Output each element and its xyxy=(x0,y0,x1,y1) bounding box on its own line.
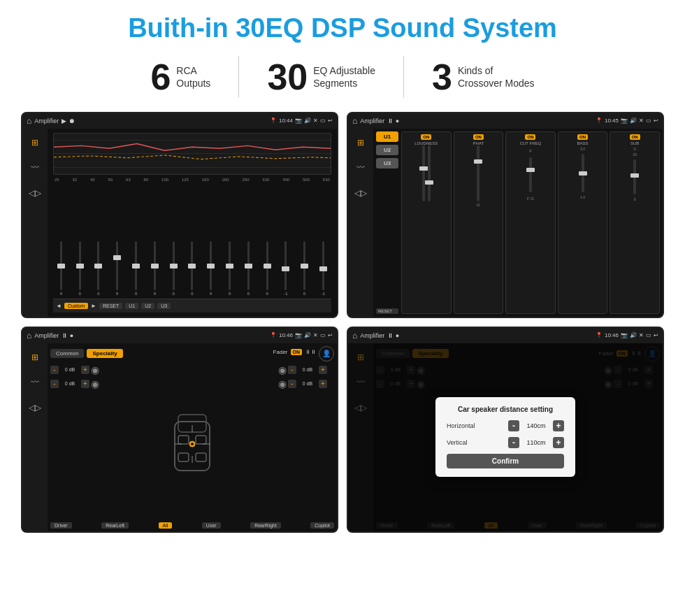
eq-band-9[interactable]: 0 xyxy=(203,241,219,296)
label-copilot[interactable]: Copilot xyxy=(310,522,334,529)
label-rearright[interactable]: RearRight xyxy=(250,522,281,529)
screen3-tab-specialty[interactable]: Specialty xyxy=(87,349,122,358)
eq-band-7[interactable]: 0 xyxy=(166,241,182,296)
horizontal-minus-btn[interactable]: - xyxy=(508,420,519,431)
eq-band-10[interactable]: 0 xyxy=(222,241,238,296)
eq-band-15[interactable]: -1 xyxy=(315,241,331,296)
screen4-rect: ▭ xyxy=(646,332,651,338)
loudness-slider1[interactable] xyxy=(422,145,425,201)
speaker-right: ◉ - 0 dB + ◉ - 0 dB + xyxy=(278,364,334,521)
vertical-plus-btn[interactable]: + xyxy=(553,437,564,448)
page-title: Buith-in 30EQ DSP Sound System xyxy=(21,14,664,43)
amp-reset-btn[interactable]: RESET xyxy=(376,308,398,314)
eq-u2-btn[interactable]: U2 xyxy=(141,303,154,309)
screen2-home-icon[interactable]: ⌂ xyxy=(352,116,357,126)
screen2-wave-icon[interactable]: 〰 xyxy=(352,159,369,176)
eq-band-11[interactable]: 0 xyxy=(240,241,257,296)
eq-bottom-bar: ◄ Custom ► RESET U1 U2 U3 xyxy=(53,299,331,313)
confirm-button[interactable]: Confirm xyxy=(447,454,564,468)
db2-plus[interactable]: + xyxy=(81,380,89,388)
vertical-minus-btn[interactable]: - xyxy=(508,437,519,448)
db2-minus[interactable]: - xyxy=(50,380,59,388)
db3-minus[interactable]: - xyxy=(288,366,296,374)
db3-plus[interactable]: + xyxy=(319,366,327,374)
db4-plus[interactable]: + xyxy=(319,380,327,388)
horizontal-plus-btn[interactable]: + xyxy=(553,420,564,431)
home-icon[interactable]: ⌂ xyxy=(27,116,31,126)
eq-reset-btn[interactable]: RESET xyxy=(99,303,122,309)
db-ctrl-1: - 0 dB + ◉ xyxy=(50,364,106,375)
eq-band-2[interactable]: 0 xyxy=(72,241,88,296)
preset-u1[interactable]: U1 xyxy=(376,131,398,142)
sub-slider[interactable] xyxy=(633,159,636,194)
screen3-left: ⌂ Amplifier ⏸ ● xyxy=(27,331,73,341)
screen2-speaker-icon[interactable]: ◁▷ xyxy=(352,185,369,201)
screen2-eq-icon[interactable]: ⊞ xyxy=(352,134,369,151)
preset-u2[interactable]: U2 xyxy=(376,145,398,155)
eq-graph xyxy=(53,133,331,175)
db1-value: 0 dB xyxy=(60,367,80,372)
loudness-slider2[interactable] xyxy=(428,145,431,201)
db4-minus[interactable]: - xyxy=(288,380,296,388)
eq-band-14[interactable]: 0 xyxy=(296,241,312,296)
eq-band-6[interactable]: 0 xyxy=(147,241,163,296)
label-user[interactable]: User xyxy=(202,522,221,529)
bass-slider[interactable] xyxy=(582,154,584,192)
screen3-statusbar: ⌂ Amplifier ⏸ ● 📍 10:46 📷 🔊 ✕ ▭ ↩ xyxy=(22,328,337,343)
screen1-rect-icon: ▭ xyxy=(320,117,326,124)
screen1-x-icon: ✕ xyxy=(313,117,318,124)
eq-icon[interactable]: ⊞ xyxy=(27,134,43,151)
speaker-icon[interactable]: ◁▷ xyxy=(27,185,43,201)
screen1-camera-icon: 📷 xyxy=(295,117,302,124)
screen3-tab-common[interactable]: Common xyxy=(50,349,84,358)
phat-slider[interactable] xyxy=(477,145,480,201)
db-ctrl-4: ◉ - 0 dB + xyxy=(278,378,334,389)
preset-u3[interactable]: U3 xyxy=(376,158,398,169)
loudness-label: LOUDNESS xyxy=(414,141,438,145)
stats-row: 6 RCAOutputs 30 EQ AdjustableSegments 3 … xyxy=(21,56,664,98)
screen1-content: ⊞ 〰 ◁▷ xyxy=(22,129,337,317)
screen4-cam: 📷 xyxy=(621,332,628,338)
wave-icon[interactable]: 〰 xyxy=(27,159,43,176)
eq-next-btn[interactable]: ► xyxy=(91,303,96,309)
screen1-statusbar-right: 📍 10:44 📷 🔊 ✕ ▭ ↩ xyxy=(270,117,333,124)
eq-band-5[interactable]: 0 xyxy=(128,241,144,296)
eq-band-8[interactable]: 0 xyxy=(185,241,201,296)
bottom-labels: Driver RearLeft All User RearRight Copil… xyxy=(50,522,334,529)
screen3-speaker-icon[interactable]: ◁▷ xyxy=(27,399,43,416)
eq-custom-btn[interactable]: Custom xyxy=(64,303,88,309)
car-svg xyxy=(164,404,220,481)
eq-band-1[interactable]: 0 xyxy=(53,241,69,296)
screen4-dots: ⏸ ● xyxy=(387,332,399,339)
eq-curve-svg xyxy=(54,134,331,174)
cutfreq-slider[interactable] xyxy=(529,157,532,192)
speaker-distance-dialog: Car speaker distance setting Horizontal … xyxy=(435,397,575,477)
screen3-loc: 📍 xyxy=(270,332,277,338)
label-rearleft[interactable]: RearLeft xyxy=(101,522,129,529)
label-driver[interactable]: Driver xyxy=(50,522,72,529)
label-all[interactable]: All xyxy=(159,522,173,529)
eq-prev-btn[interactable]: ◄ xyxy=(56,303,62,309)
eq-u3-btn[interactable]: U3 xyxy=(157,303,171,309)
screen4-back: ↩ xyxy=(654,332,658,338)
svg-rect-4 xyxy=(178,453,189,461)
eq-band-12[interactable]: 0 xyxy=(259,241,275,296)
eq-band-13[interactable]: -1 xyxy=(278,241,294,296)
sub-label: SUB xyxy=(630,141,639,145)
user-icon[interactable]: 👤 xyxy=(319,346,334,361)
horizontal-label: Horizontal xyxy=(447,422,485,429)
db1-plus[interactable]: + xyxy=(81,366,89,374)
screen4-home[interactable]: ⌂ xyxy=(352,331,357,341)
screen4-x: ✕ xyxy=(639,332,644,338)
eq-band-4[interactable]: 5 xyxy=(109,241,125,296)
screen3-home[interactable]: ⌂ xyxy=(27,331,31,341)
screen3-eq-icon[interactable]: ⊞ xyxy=(27,349,43,366)
eq-u1-btn[interactable]: U1 xyxy=(125,303,138,309)
eq-band-3[interactable]: 0 xyxy=(91,241,107,296)
screen3-rect: ▭ xyxy=(320,332,326,338)
svg-rect-5 xyxy=(196,453,206,461)
db1-minus[interactable]: - xyxy=(50,366,59,374)
amp-presets: U1 U2 U3 RESET xyxy=(376,131,398,314)
screen3-specialty-main: Common Specialty Fader ON ⏸⏸ 👤 xyxy=(48,343,337,531)
screen3-wave-icon[interactable]: 〰 xyxy=(27,374,43,391)
